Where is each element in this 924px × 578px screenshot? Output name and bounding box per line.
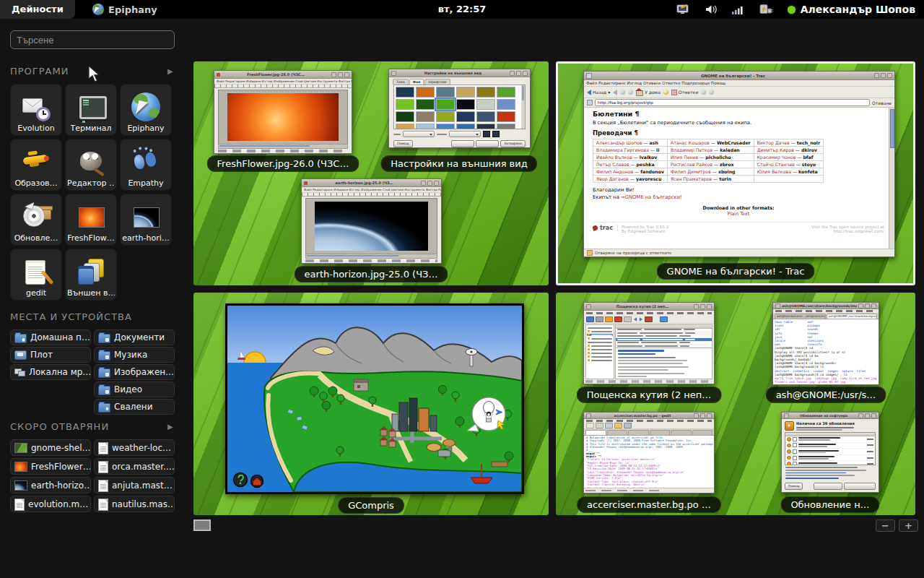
bookmarks-button: Отметки [671, 90, 698, 95]
app-tile-appearance[interactable]: Външен в… [65, 249, 117, 301]
help-button: Помощ [393, 140, 413, 147]
places-section-title: МЕСТА И УСТРОЙСТВА [10, 311, 132, 322]
wallpaper-grid [393, 85, 526, 129]
app-tile-gedit[interactable]: gedit [10, 249, 62, 301]
epiphany-app-icon [130, 92, 162, 123]
history-icon [663, 90, 668, 95]
selected-wallpaper [436, 99, 455, 110]
earth-thumbnail-icon [130, 202, 162, 233]
window-label: Обновление н… [780, 496, 879, 513]
workspace-2-active[interactable]: GNOME на български! - Trac Файл Редактир… [556, 61, 915, 285]
recent-item[interactable]: FreshFlower… [10, 458, 91, 475]
desktop-icon [14, 350, 27, 360]
workspace-1[interactable]: FreshFlower.jpg-26.0 (ЧЗС… Файл Редактир… [193, 61, 549, 285]
place-documents[interactable]: Документи [94, 329, 175, 345]
text-document-icon [98, 480, 108, 492]
search-input[interactable] [10, 30, 175, 49]
mouse-cursor [87, 65, 102, 84]
app-tile-evolution[interactable]: Evolution [10, 84, 62, 136]
place-music[interactable]: Музика [94, 347, 175, 363]
plain-text-link: Plain Text [593, 211, 884, 217]
image-thumbnail-icon [14, 443, 27, 453]
home-button: У дома [636, 89, 661, 96]
gedit-tab-active [585, 430, 606, 435]
gcompris-icon [20, 147, 52, 178]
network-signal-icon[interactable] [732, 5, 744, 14]
evolution-mail-window[interactable]: Пощенска кутия (2 неп… [583, 302, 715, 384]
remove-workspace-button[interactable]: − [876, 519, 895, 532]
terminal-icon [75, 92, 107, 123]
network-icon [14, 368, 25, 376]
gimp-window-freshflower[interactable]: FreshFlower.jpg-26.0 (ЧЗС… Файл Редактир… [214, 70, 352, 154]
scrollbar[interactable] [889, 108, 894, 249]
workspace-4[interactable]: Пощенска кутия (2 неп… [556, 293, 915, 515]
gedit-icon [20, 257, 52, 288]
app-tile-empathy[interactable]: Empathy [120, 139, 172, 191]
recent-item[interactable]: earth-horizo… [10, 477, 91, 493]
app-tile-updates[interactable]: Обновле… [10, 194, 62, 246]
workspace-indicator[interactable] [193, 519, 211, 531]
gimp-window-earth[interactable]: earth-horizon.jpg-25.0 (ЧЗ… Файл Редакти… [301, 178, 442, 264]
recent-item[interactable]: gnome-shel… [10, 439, 91, 456]
place-pictures[interactable]: Изображен… [94, 364, 175, 380]
terminal-window[interactable]: ash@GNOME:/usr/share/backgrounds/images … [772, 302, 879, 385]
freshflower-thumbnail-icon [75, 202, 107, 233]
programs-section-title: ПРОГРАМИ [10, 66, 69, 77]
place-downloads[interactable]: Свалени [94, 399, 175, 415]
zoom-out-icon [709, 90, 714, 95]
app-grid: Evolution Терминал Epiphany Образов… Ред… [10, 84, 176, 301]
reload-icon [628, 90, 633, 95]
translators-table: Александър Шопов — ash Атанас Кошаров — … [593, 139, 824, 183]
gcompris-window[interactable] [225, 303, 524, 494]
earth-image [315, 202, 428, 251]
battery-icon[interactable] [758, 4, 773, 14]
app-tile-freshflower[interactable]: FreshFlow… [65, 194, 117, 246]
videos-folder-icon [98, 386, 110, 395]
recent-item[interactable]: anjuta.mast… [94, 477, 175, 493]
terminal-tab: ash@kambanaria:…/programs/master… [775, 314, 826, 319]
place-videos[interactable]: Видео [94, 381, 175, 397]
recent-item[interactable]: orca.master.… [94, 458, 175, 475]
app-tile-epiphany[interactable]: Epiphany [120, 84, 172, 136]
close-button: Затваряне [500, 140, 526, 147]
terminal-output: ibus-table omf icons pixmaps idl sounds … [773, 319, 879, 384]
place-desktop[interactable]: Плот [10, 347, 91, 363]
app-tile-gcompris[interactable]: Образов… [10, 139, 62, 191]
help-button [234, 473, 248, 487]
app-tile-terminal[interactable]: Терминал [65, 84, 117, 136]
programs-expand-icon[interactable]: ▶ [167, 67, 173, 75]
volume-icon[interactable] [705, 4, 718, 14]
install-updates-button [844, 483, 876, 490]
recent-item[interactable]: weather-loc… [94, 439, 175, 456]
place-home[interactable]: Домашна п… [10, 329, 91, 345]
recent-expand-icon[interactable]: ▶ [167, 423, 173, 431]
epiphany-trac-window[interactable]: GNOME на български! - Trac Файл Редактир… [583, 71, 895, 257]
help-button: Помощ [785, 483, 803, 490]
update-manager-window[interactable]: Обновление на софтуера Налични са 39 обн… [781, 412, 879, 493]
app-tile-gimp[interactable]: Редактор … [65, 139, 117, 191]
gedit-window[interactable]: accerciser.master.bg.po – gedit # Bulgar… [583, 412, 715, 493]
user-menu[interactable]: Александър Шопов [788, 4, 915, 15]
window-label: Настройки на външния вид [380, 155, 537, 172]
image-thumbnail-icon [14, 462, 27, 472]
appearance-window[interactable]: Настройки на външния вид Тема Фон Шрифто… [388, 69, 531, 148]
places-left-column: Домашна п… Плот Локална мр… [10, 329, 91, 380]
user-status-icon [788, 6, 796, 14]
window-label: GCompris [338, 497, 404, 514]
recent-item[interactable]: nautilus.mas… [94, 496, 175, 512]
workspace-3[interactable]: GCompris [193, 293, 549, 515]
user-name: Александър Шопов [801, 4, 915, 15]
mail-list-and-preview [615, 324, 712, 379]
settings-button [814, 483, 842, 490]
freshflower-image [227, 93, 339, 141]
image-thumbnail-icon [14, 480, 27, 491]
app-tile-earth-horizon[interactable]: earth-hori… [120, 194, 172, 246]
update-icon [785, 421, 794, 431]
top-bar: Дейности Epiphany вт, 22:57 [0, 0, 924, 19]
recent-item[interactable]: evolution.m… [10, 496, 91, 512]
downloads-folder-icon [98, 403, 110, 413]
place-network[interactable]: Локална мр… [10, 364, 91, 380]
recent-left-column: gnome-shel… FreshFlower… earth-horizo… e… [10, 439, 91, 512]
display-icon[interactable] [676, 4, 691, 15]
add-workspace-button[interactable]: + [899, 519, 918, 532]
